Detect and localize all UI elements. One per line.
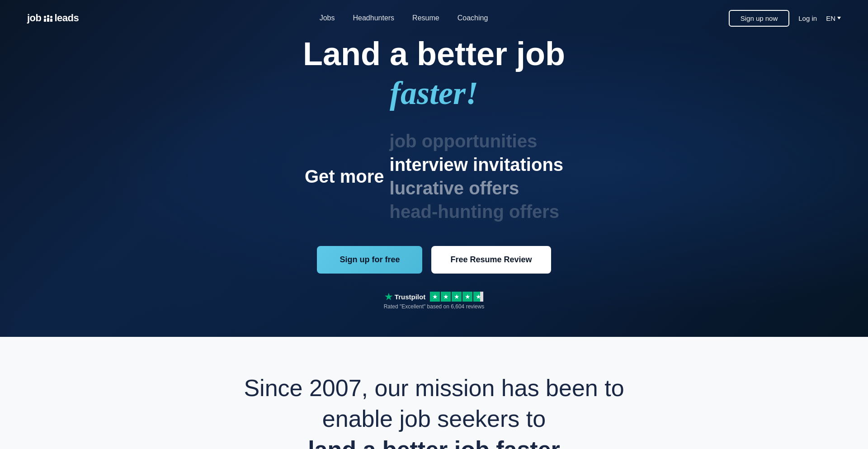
logo-job: job: [27, 12, 42, 24]
rotating-texts: job opportunities interview invitations …: [390, 129, 564, 223]
star-3: ★: [452, 292, 462, 302]
trustpilot-row: Trustpilot ★ ★ ★ ★ ★: [385, 292, 483, 302]
star-4: ★: [462, 292, 472, 302]
get-more-label: Get more: [305, 166, 384, 187]
star-2: ★: [441, 292, 451, 302]
language-selector[interactable]: EN: [826, 14, 841, 22]
logo-people-icon: [44, 15, 52, 22]
navbar: job leads Jobs Headhunters Resume Coachi…: [0, 0, 868, 36]
trustpilot-brand: Trustpilot: [395, 293, 425, 301]
bottom-section: Since 2007, our mission has been to enab…: [0, 337, 868, 449]
hero-title-line2: faster!: [303, 76, 565, 111]
trustpilot-rating-text: Rated "Excellent" based on 6,604 reviews: [384, 303, 485, 310]
rotating-item-2: lucrative offers: [390, 176, 564, 200]
logo-leads: leads: [55, 12, 79, 24]
nav-link-coaching[interactable]: Coaching: [458, 14, 488, 22]
get-more-section: Get more job opportunities interview inv…: [303, 129, 565, 223]
logo[interactable]: job leads: [27, 12, 79, 24]
login-button[interactable]: Log in: [798, 14, 817, 22]
star-5: ★: [473, 292, 483, 302]
stars-row: ★ ★ ★ ★ ★: [430, 292, 483, 302]
resume-review-button[interactable]: Free Resume Review: [431, 246, 551, 274]
rotating-item-0: job opportunities: [390, 129, 564, 153]
signup-nav-button[interactable]: Sign up now: [729, 10, 790, 27]
nav-link-headhunters[interactable]: Headhunters: [353, 14, 394, 22]
bottom-title-line1: Since 2007, our mission has been to enab…: [244, 375, 624, 432]
bottom-title-line2: land a better job faster: [308, 436, 560, 449]
rotating-item-3: head-hunting offers: [390, 200, 564, 223]
nav-link-jobs[interactable]: Jobs: [320, 14, 335, 22]
get-more-row: Get more job opportunities interview inv…: [303, 129, 565, 223]
nav-links: Jobs Headhunters Resume Coaching: [320, 14, 488, 22]
trustpilot-logo: Trustpilot: [385, 293, 425, 301]
chevron-down-icon: [837, 17, 841, 19]
rotating-item-1: interview invitations: [390, 153, 564, 176]
language-label: EN: [826, 14, 835, 22]
hero-title-line1: Land a better job: [303, 36, 565, 72]
nav-link-resume[interactable]: Resume: [412, 14, 439, 22]
bottom-title: Since 2007, our mission has been to enab…: [231, 373, 637, 449]
nav-right: Sign up now Log in EN: [729, 10, 841, 27]
hero-content: Land a better job faster! Get more job o…: [303, 36, 565, 310]
hero-section: Land a better job faster! Get more job o…: [0, 0, 868, 337]
trustpilot: Trustpilot ★ ★ ★ ★ ★ Rated "Excellent" b…: [303, 292, 565, 310]
signup-free-button[interactable]: Sign up for free: [317, 246, 422, 274]
hero-cta: Sign up for free Free Resume Review: [303, 246, 565, 274]
star-1: ★: [430, 292, 440, 302]
